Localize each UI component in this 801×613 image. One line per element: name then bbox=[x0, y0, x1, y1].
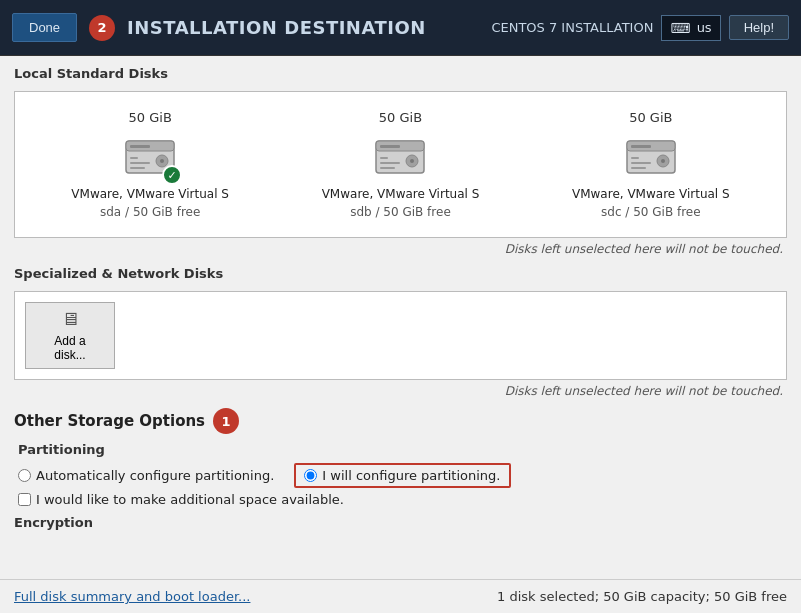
auto-partition-radio[interactable] bbox=[18, 469, 31, 482]
manual-partition-label: I will configure partitioning. bbox=[322, 468, 500, 483]
svg-rect-7 bbox=[130, 167, 145, 169]
keyboard-icon: ⌨ bbox=[670, 20, 690, 36]
disk-sdc-icon-wrapper bbox=[623, 133, 679, 181]
encryption-section: Encryption bbox=[14, 515, 787, 530]
footer: Full disk summary and boot loader... 1 d… bbox=[0, 579, 801, 613]
space-available-row: I would like to make additional space av… bbox=[18, 492, 787, 507]
disk-sda-name: VMware, VMware Virtual S bbox=[71, 187, 229, 201]
header: Done 2 INSTALLATION DESTINATION CENTOS 7… bbox=[0, 0, 801, 56]
add-disk-button[interactable]: 🖥 Add a disk... bbox=[25, 302, 115, 369]
local-disks-note: Disks left unselected here will not be t… bbox=[14, 242, 787, 256]
svg-rect-21 bbox=[631, 157, 639, 159]
disk-sdc-svg bbox=[623, 133, 679, 181]
disk-sda-size: 50 GiB bbox=[129, 110, 172, 125]
svg-point-11 bbox=[410, 159, 414, 163]
encryption-label: Encryption bbox=[14, 515, 787, 530]
disk-item-sda[interactable]: 50 GiB ✓ V bbox=[25, 102, 275, 227]
specialized-disks-title: Specialized & Network Disks bbox=[14, 266, 787, 283]
badge-2: 2 bbox=[89, 15, 115, 41]
disk-sda-check: ✓ bbox=[162, 165, 182, 185]
svg-rect-5 bbox=[130, 157, 138, 159]
svg-rect-22 bbox=[631, 162, 651, 164]
disk-grid-container: 50 GiB ✓ V bbox=[14, 91, 787, 238]
disk-sdb-info: sdb / 50 GiB free bbox=[350, 205, 451, 219]
keyboard-lang: us bbox=[697, 20, 712, 35]
help-button[interactable]: Help! bbox=[729, 15, 789, 40]
space-available-checkbox[interactable] bbox=[18, 493, 31, 506]
disk-sdb-icon-wrapper bbox=[372, 133, 428, 181]
disk-sdb-svg bbox=[372, 133, 428, 181]
local-disks-title: Local Standard Disks bbox=[14, 66, 787, 83]
other-options-header: Other Storage Options 1 bbox=[14, 408, 787, 434]
disk-sdc-info: sdc / 50 GiB free bbox=[601, 205, 701, 219]
space-available-label: I would like to make additional space av… bbox=[36, 492, 344, 507]
partitioning-label: Partitioning bbox=[18, 442, 787, 457]
auto-partition-option[interactable]: Automatically configure partitioning. bbox=[18, 468, 274, 483]
centos-label: CENTOS 7 INSTALLATION bbox=[491, 20, 653, 35]
disk-sdb-size: 50 GiB bbox=[379, 110, 422, 125]
auto-partition-label: Automatically configure partitioning. bbox=[36, 468, 274, 483]
svg-rect-6 bbox=[130, 162, 150, 164]
svg-rect-13 bbox=[380, 157, 388, 159]
disk-item-sdc[interactable]: 50 GiB VMware, VMware bbox=[526, 102, 776, 227]
svg-rect-20 bbox=[631, 145, 651, 148]
svg-rect-4 bbox=[130, 145, 150, 148]
disk-sdb-name: VMware, VMware Virtual S bbox=[322, 187, 480, 201]
done-button[interactable]: Done bbox=[12, 13, 77, 42]
manual-partition-option[interactable]: I will configure partitioning. bbox=[304, 468, 500, 483]
header-right: CENTOS 7 INSTALLATION ⌨ us Help! bbox=[491, 15, 789, 41]
main-container: Done 2 INSTALLATION DESTINATION CENTOS 7… bbox=[0, 0, 801, 613]
footer-status: 1 disk selected; 50 GiB capacity; 50 GiB… bbox=[497, 589, 787, 604]
disk-sda-info: sda / 50 GiB free bbox=[100, 205, 200, 219]
page-title: INSTALLATION DESTINATION bbox=[127, 17, 426, 38]
svg-rect-15 bbox=[380, 167, 395, 169]
specialized-container: 🖥 Add a disk... bbox=[14, 291, 787, 380]
svg-point-3 bbox=[160, 159, 164, 163]
add-disk-icon: 🖥 bbox=[61, 309, 79, 330]
manual-partition-highlighted: I will configure partitioning. bbox=[294, 463, 510, 488]
disk-sdc-size: 50 GiB bbox=[629, 110, 672, 125]
add-disk-label: Add a disk... bbox=[38, 334, 102, 362]
svg-rect-14 bbox=[380, 162, 400, 164]
disk-item-sdb[interactable]: 50 GiB VMware, VMware bbox=[275, 102, 525, 227]
disk-sda-icon-wrapper: ✓ bbox=[122, 133, 178, 181]
badge-1: 1 bbox=[213, 408, 239, 434]
svg-point-19 bbox=[661, 159, 665, 163]
disk-summary-link[interactable]: Full disk summary and boot loader... bbox=[14, 589, 250, 604]
manual-partition-radio[interactable] bbox=[304, 469, 317, 482]
svg-rect-23 bbox=[631, 167, 646, 169]
disk-grid: 50 GiB ✓ V bbox=[25, 102, 776, 227]
specialized-disks-note: Disks left unselected here will not be t… bbox=[14, 384, 787, 398]
content-area: Local Standard Disks 50 GiB bbox=[0, 56, 801, 579]
partitioning-section: Partitioning Automatically configure par… bbox=[14, 442, 787, 507]
other-options-title: Other Storage Options bbox=[14, 412, 205, 430]
keyboard-input[interactable]: ⌨ us bbox=[661, 15, 720, 41]
svg-rect-12 bbox=[380, 145, 400, 148]
disk-sdc-name: VMware, VMware Virtual S bbox=[572, 187, 730, 201]
header-left: Done 2 INSTALLATION DESTINATION bbox=[12, 13, 426, 42]
radio-row: Automatically configure partitioning. I … bbox=[18, 463, 787, 488]
